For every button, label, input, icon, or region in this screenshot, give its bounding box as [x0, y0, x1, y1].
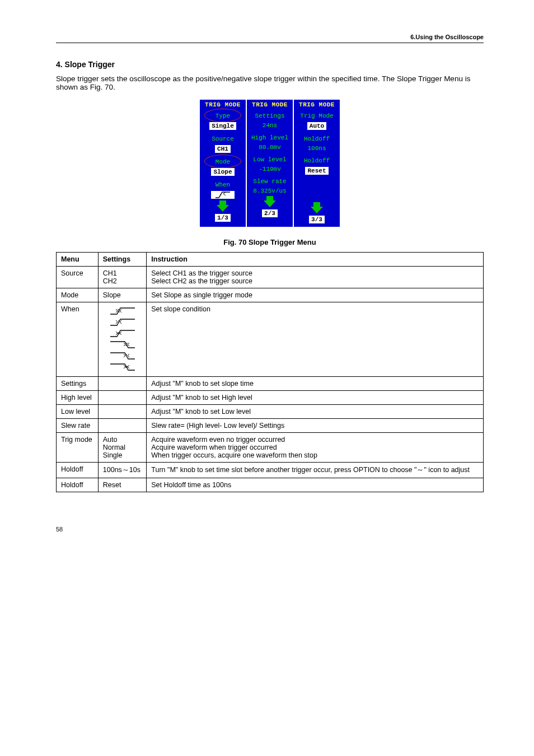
table-row: Holdoff100ns～10sTurn "M" knob to set tim… [57, 463, 484, 478]
menu-page-indicator: 2/3 [247, 207, 293, 221]
menu-item-label: Source [200, 133, 246, 144]
col-settings: Settings [98, 253, 147, 267]
col-instruction: Instruction [147, 253, 484, 267]
slope-condition-icon [109, 351, 136, 361]
figure-caption: Fig. 70 Slope Trigger Menu [56, 238, 484, 246]
table-row: Low levelAdjust "M" knob to set Low leve… [57, 405, 484, 419]
cell-instruction: Turn "M" knob to set time slot before an… [147, 463, 484, 478]
cell-menu: When [57, 302, 99, 377]
menu-column: TRIG MODESettings24nsHigh level80.8mvLow… [247, 100, 293, 227]
cell-settings [98, 302, 147, 377]
cell-settings [98, 419, 147, 433]
cell-settings [98, 405, 147, 419]
table-row: Slew rateSlew rate= (High level- Low lev… [57, 419, 484, 433]
cell-settings [98, 391, 147, 405]
menu-item-label: High level [247, 132, 293, 143]
table-row: Trig modeAuto Normal SingleAcquire wavef… [57, 433, 484, 463]
menu-item-label: Low level [247, 153, 293, 165]
cell-menu: Slew rate [57, 419, 99, 433]
cell-instruction: Adjust "M" knob to set slope time [147, 377, 484, 391]
slope-condition-icon [109, 318, 136, 328]
menu-item-label: Type [200, 110, 246, 121]
cell-instruction: Adjust "M" knob to set High level [147, 391, 484, 405]
slope-condition-icon [109, 306, 136, 316]
table-row: SettingsAdjust "M" knob to set slope tim… [57, 377, 484, 391]
menu-item-label [294, 178, 340, 182]
intro-text: Slope trigger sets the oscilloscope as t… [56, 74, 484, 91]
cell-settings [98, 377, 147, 391]
menu-item-value: Reset [294, 166, 340, 178]
menu-item-label: Slew rate [247, 175, 293, 186]
cell-instruction: Slew rate= (High level- Low level)/ Sett… [147, 419, 484, 433]
cell-menu: Holdoff [57, 478, 99, 492]
table-row: SourceCH1 CH2Select CH1 as the trigger s… [57, 267, 484, 288]
menu-column: TRIG MODETrig ModeAutoHoldoff100nsHoldof… [294, 100, 340, 227]
header-chapter: 6.Using the Oscilloscope [410, 34, 484, 40]
page-header: 6.Using the Oscilloscope [56, 34, 484, 43]
cell-menu: Trig mode [57, 433, 99, 463]
cell-menu: Holdoff [57, 463, 99, 478]
cell-menu: Low level [57, 405, 99, 419]
cell-instruction: Select CH1 as the trigger source Select … [147, 267, 484, 288]
menu-item-value: -119mv [247, 165, 293, 175]
menu-item-value: Auto [294, 121, 340, 133]
cell-menu: Settings [57, 377, 99, 391]
menu-column: TRIG MODETypeSingleSourceCH1ModeSlopeWhe… [200, 100, 246, 227]
cell-instruction: Acquire waveform even no trigger occurre… [147, 433, 484, 463]
page-number: 58 [56, 526, 63, 533]
cell-instruction: Adjust "M" knob to set Low level [147, 405, 484, 419]
cell-instruction: Set Slope as single trigger mode [147, 288, 484, 302]
slope-condition-icon [109, 362, 136, 372]
slope-trigger-table: Menu Settings Instruction SourceCH1 CH2S… [56, 252, 484, 492]
menu-col-title: TRIG MODE [200, 100, 246, 110]
menu-col-title: TRIG MODE [247, 100, 293, 110]
menu-page-indicator: 1/3 [200, 212, 246, 225]
menu-item-label: Holdoff [294, 133, 340, 144]
menu-item-label: Holdoff [294, 155, 340, 166]
cell-settings: Auto Normal Single [98, 433, 147, 463]
cell-instruction: Set Holdoff time as 100ns [147, 478, 484, 492]
table-row: High levelAdjust "M" knob to set High le… [57, 391, 484, 405]
trigger-menu-screenshot: TRIG MODETypeSingleSourceCH1ModeSlopeWhe… [56, 100, 484, 227]
menu-page-indicator: 3/3 [294, 213, 340, 227]
col-menu: Menu [57, 253, 99, 267]
section-title: 4. Slope Trigger [56, 60, 484, 69]
menu-item-label: When [200, 179, 246, 190]
next-page-arrow-icon [247, 197, 293, 207]
menu-col-title: TRIG MODE [294, 100, 340, 110]
slope-condition-icon [109, 329, 136, 339]
cell-menu: Source [57, 267, 99, 288]
table-row: When Set slope condition [57, 302, 484, 377]
menu-item-value: Slope [200, 167, 246, 179]
menu-item-value: 80.8mv [247, 143, 293, 153]
next-page-arrow-icon [200, 202, 246, 212]
menu-item-label: Mode [200, 156, 246, 167]
slope-condition-icon [109, 340, 136, 350]
cell-menu: High level [57, 391, 99, 405]
menu-item-value [200, 190, 246, 202]
cell-menu: Mode [57, 288, 99, 302]
next-page-arrow-icon [294, 203, 340, 213]
when-condition-icon [211, 191, 235, 199]
cell-settings: 100ns～10s [98, 463, 147, 478]
menu-item-value: 100ns [294, 144, 340, 155]
menu-item-label: Settings [247, 110, 293, 121]
cell-settings: Slope [98, 288, 147, 302]
page-footer: 58 [56, 526, 484, 533]
menu-item-value: CH1 [200, 144, 246, 156]
menu-item-value: 24ns [247, 121, 293, 132]
cell-settings: Reset [98, 478, 147, 492]
table-row: HoldoffResetSet Holdoff time as 100ns [57, 478, 484, 492]
menu-item-label: Trig Mode [294, 110, 340, 121]
cell-instruction: Set slope condition [147, 302, 484, 377]
table-row: ModeSlopeSet Slope as single trigger mod… [57, 288, 484, 302]
cell-settings: CH1 CH2 [98, 267, 147, 288]
menu-item-value: Single [200, 121, 246, 133]
